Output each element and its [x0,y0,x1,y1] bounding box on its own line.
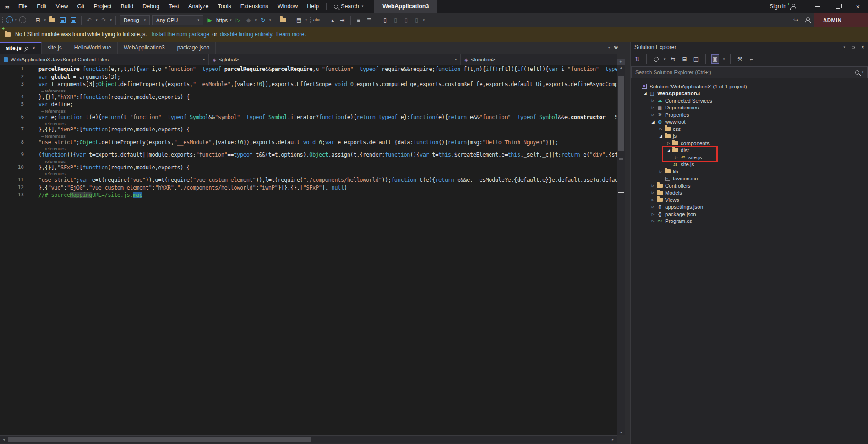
collapsed-arrow-icon[interactable]: ▷ [650,113,656,117]
spell-check-icon[interactable]: abc [313,18,320,22]
vertical-scrollbar[interactable]: ▴ ▾ [617,65,625,435]
run-target-label[interactable]: https [216,17,228,23]
refresh-dropdown-icon[interactable]: ▾ [269,18,271,22]
tab-site-js-1[interactable]: site.js [42,42,68,54]
member-scope-dropdown[interactable]: ◈ <function> [460,54,617,65]
expanded-arrow-icon[interactable]: ◢ [642,92,648,96]
properties-window-icon[interactable]: ◫ [693,54,700,64]
undo-dropdown-icon[interactable]: ▾ [96,18,98,22]
sync-with-active-document-icon[interactable]: ▣ [711,54,719,64]
indent-lines-icon[interactable]: ≡ [355,16,363,25]
tree-item-models-15[interactable]: ▷Models [631,190,868,197]
active-document-pill[interactable]: WebApplication3 [374,0,437,13]
collapsed-arrow-icon[interactable]: ▷ [650,99,656,103]
document-options-icon[interactable]: ⚒ [614,45,618,51]
editor-splitter-handle[interactable]: + [617,59,625,65]
tab-package-json-4[interactable]: package.json [171,42,216,54]
tree-item-favicon-ico-13[interactable]: favicon.ico [631,175,868,183]
clear-bookmarks-icon[interactable]: ▯ [413,16,421,25]
sign-in-button[interactable]: Sign in [770,3,786,10]
start-without-debug-icon[interactable]: ▷ [234,16,242,25]
collapsed-arrow-icon[interactable]: ▷ [666,141,671,145]
solution-platform-dropdown[interactable]: Any CPU ▾ [152,15,203,25]
find-in-files-icon[interactable] [279,16,287,25]
sync-namespaces-icon[interactable]: ⇆ [670,54,677,64]
tab-helloworld-vue-2[interactable]: HelloWorld.vue [68,42,118,54]
search-options-dropdown-icon[interactable]: ▾ [862,70,863,74]
menu-file[interactable]: File [14,0,32,13]
project-scope-dropdown[interactable]: WebApplication3 JavaScript Content Files… [0,54,208,65]
close-panel-icon[interactable]: × [861,44,864,50]
undo-icon[interactable]: ↶ [85,16,93,25]
new-project-dropdown-icon[interactable]: ▾ [44,18,46,22]
filter-dropdown-icon[interactable]: ▾ [664,57,666,61]
start-debug-icon[interactable]: ▶ [206,16,214,25]
type-scope-dropdown[interactable]: ◈ <global> ▾ [208,54,460,65]
show-all-files-icon[interactable]: ⚒ [736,54,743,64]
code-editor[interactable]: 1parcelRequire=function(e,r,t,n){var i,o… [0,65,617,435]
codelens-references[interactable]: – references [41,146,617,151]
search-box[interactable]: Search ▾ [329,3,368,10]
tab-webapplication3-3[interactable]: WebApplication3 [118,42,171,54]
save-icon[interactable] [59,16,67,25]
tree-item-wwwroot-5[interactable]: ◢⊕wwwroot [631,119,868,126]
solution-explorer-search-input[interactable]: Search Solution Explorer (Ctrl+;) ▾ [631,66,868,78]
pending-changes-filter-icon[interactable] [652,54,660,64]
tree-item-js-7[interactable]: ◢js [631,133,868,140]
expanded-arrow-icon[interactable]: ◢ [650,120,656,124]
menu-build[interactable]: Build [116,0,138,13]
close-button[interactable]: × [848,0,868,13]
redo-icon[interactable]: ↷ [100,16,108,25]
hot-reload-dropdown-icon[interactable]: ▾ [255,18,257,22]
toggle-bookmark-icon[interactable]: ▯ [381,16,389,25]
menu-project[interactable]: Project [89,0,116,13]
collapsed-arrow-icon[interactable]: ▷ [650,198,656,202]
save-all-icon[interactable] [69,16,77,25]
switch-views-icon[interactable]: ⇅ [633,54,641,64]
codelens-references[interactable]: – references [41,171,617,176]
install-npm-package-link[interactable]: Install the npm package [151,31,209,38]
toolbar-grip[interactable] [309,16,311,23]
navigate-back-icon[interactable]: ← [6,16,13,23]
tree-item-dependencies-3[interactable]: ▷▦Dependencies [631,104,868,112]
collapsed-arrow-icon[interactable]: ▷ [650,212,656,216]
tree-item-appsettings-json-17[interactable]: ▷{}appsettings.json [631,204,868,211]
navigate-back-dropdown-icon[interactable]: ▾ [15,18,17,22]
solution-configuration-dropdown[interactable]: Debug ▾ [120,15,150,25]
expanded-arrow-icon[interactable]: ◢ [658,134,664,138]
menu-debug[interactable]: Debug [138,0,164,13]
menu-tools[interactable]: Tools [213,0,236,13]
minimize-button[interactable] [808,0,828,13]
horizontal-scrollbar-thumb[interactable] [8,437,311,442]
collapsed-arrow-icon[interactable]: ▷ [650,219,656,223]
open-file-icon[interactable] [48,16,56,25]
scroll-right-icon[interactable]: ▸ [609,436,617,443]
tree-item-package-json-18[interactable]: ▷{}package.json [631,211,868,218]
feedback-icon[interactable] [805,17,810,23]
new-view-icon[interactable]: ⌐ [748,54,755,64]
vertical-scrollbar-thumb[interactable] [618,76,624,151]
scroll-left-icon[interactable]: ◂ [0,436,7,443]
codelens-references[interactable]: – references [41,88,617,93]
scroll-down-icon[interactable]: ▾ [617,430,625,434]
solution-windows-icon[interactable]: ▤ [295,16,303,25]
refresh-icon[interactable]: ↻ [259,16,267,25]
tree-item-properties-4[interactable]: ▷⚒Properties [631,111,868,119]
collapsed-arrow-icon[interactable]: ▷ [650,106,656,109]
collapse-all-icon[interactable]: ⊟ [681,54,688,64]
new-project-icon[interactable]: ⊞ [34,16,42,25]
tree-item-lib-12[interactable]: ▷lib [631,168,868,175]
collapsed-arrow-icon[interactable]: ▷ [650,184,656,188]
next-bookmark-icon[interactable]: ▯ [402,16,410,25]
sync-dropdown-icon[interactable]: ▾ [723,57,725,61]
tree-item-connected-services-2[interactable]: ▷☁Connected Services [631,97,868,104]
toolbar-overflow-icon[interactable]: ▾ [423,18,425,22]
tab-site-js-0[interactable]: site.js× [0,42,42,54]
navigate-forward-icon[interactable]: → [19,16,26,23]
solution-windows-dropdown-icon[interactable]: ▾ [306,18,307,22]
disable-linting-link[interactable]: disable linting entirely. [220,31,273,38]
tree-item-program-cs-19[interactable]: ▷C#Program.cs [631,218,868,225]
window-position-dropdown-icon[interactable]: ▾ [843,45,845,49]
toolbar-grip[interactable] [2,16,4,23]
tab-list-dropdown-icon[interactable]: ▾ [608,46,610,49]
